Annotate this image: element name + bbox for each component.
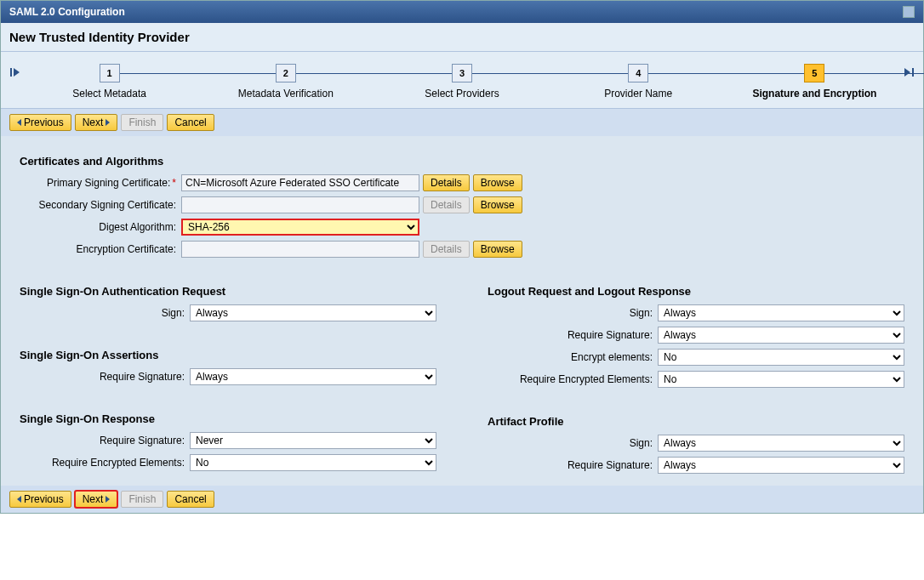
required-marker: * xyxy=(172,177,176,189)
wizard-steps: 1 Select Metadata 2 Metadata Verificatio… xyxy=(1,52,923,109)
previous-icon xyxy=(17,119,21,126)
digest-label: Digest Algorithm: xyxy=(20,221,181,233)
button-row-bottom: Previous Next Finish Cancel xyxy=(1,486,923,513)
sso-resp-reqenc-select[interactable]: No xyxy=(190,454,436,471)
sso-resp-reqenc-label: Require Encrypted Elements: xyxy=(20,457,190,469)
cert-section-title: Certificates and Algorithms xyxy=(20,155,904,168)
window-title: SAML 2.0 Configuration xyxy=(9,6,125,18)
previous-button-bottom[interactable]: Previous xyxy=(9,491,71,508)
wizard-step-1[interactable]: 1 Select Metadata xyxy=(21,64,197,100)
logout-enc-label: Encrypt elements: xyxy=(488,351,658,363)
logout-enc-select[interactable]: No xyxy=(658,349,904,366)
maximize-icon[interactable] xyxy=(903,6,915,18)
next-icon xyxy=(106,119,110,126)
logout-reqsig-select[interactable]: Always xyxy=(658,327,904,344)
wizard-step-2[interactable]: 2 Metadata Verification xyxy=(197,64,374,100)
sso-resp-reqsig-select[interactable]: Never xyxy=(190,432,436,449)
next-button-bottom[interactable]: Next xyxy=(75,491,118,508)
encryption-cert-input[interactable] xyxy=(181,241,419,258)
logout-sign-select[interactable]: Always xyxy=(658,304,904,321)
secondary-cert-label: Secondary Signing Certificate: xyxy=(20,199,181,211)
artifact-sign-select[interactable]: Always xyxy=(658,435,904,452)
sso-auth-sign-label: Sign: xyxy=(20,307,190,319)
artifact-reqsig-select[interactable]: Always xyxy=(658,457,904,474)
primary-cert-details-button[interactable]: Details xyxy=(423,174,470,191)
svg-rect-0 xyxy=(10,68,12,77)
wizard-step-3[interactable]: 3 Select Providers xyxy=(374,64,550,100)
secondary-cert-browse-button[interactable]: Browse xyxy=(473,196,522,213)
next-icon xyxy=(106,496,110,503)
page-subtitle: New Trusted Identity Provider xyxy=(1,23,923,52)
finish-button-bottom: Finish xyxy=(121,491,163,508)
primary-cert-browse-button[interactable]: Browse xyxy=(473,174,522,191)
button-row-top: Previous Next Finish Cancel xyxy=(1,109,923,136)
logout-sign-label: Sign: xyxy=(488,307,658,319)
wizard-start-icon xyxy=(9,64,21,78)
sso-resp-title: Single Sign-On Response xyxy=(20,412,436,425)
encryption-cert-details-button: Details xyxy=(423,241,470,258)
wizard-step-4[interactable]: 4 Provider Name xyxy=(550,64,727,100)
next-button[interactable]: Next xyxy=(75,114,118,131)
logout-reqenc-select[interactable]: No xyxy=(658,371,904,388)
primary-cert-label: Primary Signing Certificate:* xyxy=(20,177,181,189)
primary-cert-input[interactable] xyxy=(181,174,419,191)
wizard-step-5[interactable]: 5 Signature and Encryption xyxy=(727,64,903,100)
cancel-button-bottom[interactable]: Cancel xyxy=(167,491,214,508)
sso-assert-reqsig-label: Require Signature: xyxy=(20,371,190,383)
logout-title: Logout Request and Logout Response xyxy=(488,285,904,298)
sso-assert-reqsig-select[interactable]: Always xyxy=(190,368,436,385)
encryption-cert-label: Encryption Certificate: xyxy=(20,243,181,255)
wizard-end-icon xyxy=(903,64,915,78)
sso-resp-reqsig-label: Require Signature: xyxy=(20,435,190,446)
artifact-sign-label: Sign: xyxy=(488,437,658,449)
secondary-cert-input[interactable] xyxy=(181,196,419,213)
finish-button: Finish xyxy=(121,114,163,131)
title-bar: SAML 2.0 Configuration xyxy=(1,1,923,23)
encryption-cert-browse-button[interactable]: Browse xyxy=(473,241,522,258)
svg-marker-2 xyxy=(904,68,910,77)
previous-button[interactable]: Previous xyxy=(9,114,71,131)
sso-auth-title: Single Sign-On Authentication Request xyxy=(20,285,436,298)
cancel-button[interactable]: Cancel xyxy=(167,114,214,131)
logout-reqenc-label: Require Encrypted Elements: xyxy=(488,373,658,385)
logout-reqsig-label: Require Signature: xyxy=(488,329,658,341)
secondary-cert-details-button: Details xyxy=(423,196,470,213)
sso-auth-sign-select[interactable]: Always xyxy=(190,304,436,321)
artifact-reqsig-label: Require Signature: xyxy=(488,459,658,471)
sso-assert-title: Single Sign-On Assertions xyxy=(20,349,436,361)
svg-rect-3 xyxy=(912,68,914,77)
digest-algorithm-select[interactable]: SHA-256 xyxy=(181,219,419,236)
svg-marker-1 xyxy=(14,68,20,77)
artifact-title: Artifact Profile xyxy=(488,415,904,428)
previous-icon xyxy=(17,496,21,503)
